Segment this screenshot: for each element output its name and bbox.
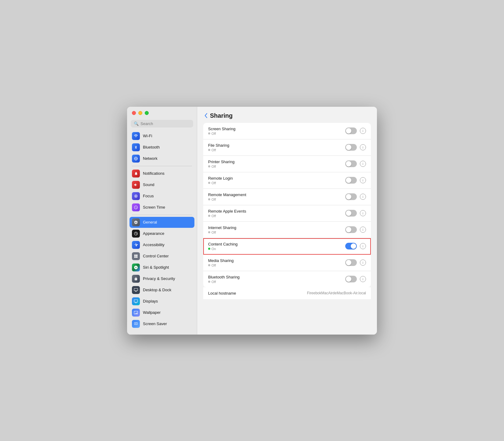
svg-point-2 [136, 243, 136, 244]
setting-row-hostname: Local hostname FireebokMacAirdeMacBook-A… [203, 287, 371, 299]
setting-status-screen-sharing: Off [208, 132, 345, 135]
sidebar-item-desktop[interactable]: Desktop & Dock [130, 285, 194, 296]
svg-rect-8 [134, 299, 138, 302]
status-dot-media-sharing [208, 264, 210, 266]
setting-status-media-sharing: Off [208, 264, 345, 267]
sidebar-item-controlcenter[interactable]: Control Center [130, 251, 194, 262]
setting-row-internet-sharing: Internet Sharing Off i [203, 222, 371, 238]
sidebar-item-label-displays: Displays [143, 299, 158, 303]
sidebar-item-label-screentime: Screen Time [143, 205, 165, 210]
maximize-button[interactable] [145, 111, 149, 115]
sidebar-divider-1 [132, 166, 192, 166]
sidebar-item-label-notifications: Notifications [143, 171, 165, 176]
status-text-remote-apple-events: Off [211, 214, 216, 218]
status-text-content-caching: On [211, 247, 216, 251]
general-icon [132, 218, 140, 226]
sidebar-item-sound[interactable]: Sound [130, 179, 194, 190]
info-button-remote-management[interactable]: i [360, 194, 366, 200]
sidebar-item-label-sound: Sound [143, 182, 154, 187]
setting-info-printer-sharing: Printer Sharing Off [208, 160, 345, 168]
info-button-content-caching[interactable]: i [360, 243, 366, 249]
sidebar-item-network[interactable]: Network [130, 153, 194, 164]
sidebar-item-label-privacy: Privacy & Security [143, 276, 175, 281]
sidebar-item-displays[interactable]: Displays [130, 296, 194, 307]
status-text-printer-sharing: Off [211, 165, 216, 168]
setting-row-remote-apple-events: Remote Apple Events Off i [203, 205, 371, 222]
sidebar-item-label-screensaver: Screen Saver [143, 321, 167, 326]
setting-name-internet-sharing: Internet Sharing [208, 225, 345, 230]
setting-controls-file-sharing: i [345, 144, 366, 151]
minimize-button[interactable] [138, 111, 142, 115]
settings-rows-container: Screen Sharing Off i File Sharing Off i … [203, 123, 371, 299]
toggle-internet-sharing[interactable] [345, 226, 357, 233]
setting-name-printer-sharing: Printer Sharing [208, 160, 345, 164]
setting-name-remote-login: Remote Login [208, 176, 345, 181]
privacy-icon [132, 275, 140, 283]
sidebar-item-wifi[interactable]: Wi-Fi [130, 131, 194, 142]
info-button-screen-sharing[interactable]: i [360, 128, 366, 134]
search-input[interactable] [140, 121, 190, 126]
info-button-file-sharing[interactable]: i [360, 144, 366, 150]
toggle-printer-sharing[interactable] [345, 160, 357, 167]
toggle-bluetooth-sharing[interactable] [345, 276, 357, 282]
notifications-icon [132, 170, 140, 177]
svg-rect-5 [134, 256, 136, 258]
sharing-settings-section: Screen Sharing Off i File Sharing Off i … [203, 123, 371, 299]
toggle-screen-sharing[interactable] [345, 127, 357, 134]
sound-icon [132, 181, 140, 189]
info-button-printer-sharing[interactable]: i [360, 161, 366, 167]
setting-row-file-sharing: File Sharing Off i [203, 139, 371, 156]
setting-controls-internet-sharing: i [345, 226, 366, 233]
appearance-icon [132, 230, 140, 238]
info-button-bluetooth-sharing[interactable]: i [360, 276, 366, 282]
info-button-media-sharing[interactable]: i [360, 260, 366, 266]
setting-name-file-sharing: File Sharing [208, 143, 345, 148]
status-dot-internet-sharing [208, 231, 210, 233]
sidebar-item-wallpaper[interactable]: Wallpaper [130, 307, 194, 318]
status-text-remote-management: Off [211, 198, 216, 201]
info-button-internet-sharing[interactable]: i [360, 227, 366, 233]
sidebar-item-general[interactable]: General [130, 217, 194, 228]
toggle-content-caching[interactable] [345, 243, 357, 249]
setting-controls-bluetooth-sharing: i [345, 276, 366, 282]
sidebar-item-focus[interactable]: Focus [130, 191, 194, 202]
search-icon: 🔍 [134, 121, 139, 126]
back-button[interactable] [204, 113, 208, 118]
toggle-remote-apple-events[interactable] [345, 210, 357, 217]
setting-name-bluetooth-sharing: Bluetooth Sharing [208, 275, 345, 279]
toggle-file-sharing[interactable] [345, 144, 357, 151]
setting-controls-remote-apple-events: i [345, 210, 366, 217]
sidebar-item-label-desktop: Desktop & Dock [143, 288, 171, 292]
setting-name-content-caching: Content Caching [208, 242, 345, 246]
sidebar-item-notifications[interactable]: Notifications [130, 168, 194, 179]
sidebar-item-siri[interactable]: Siri & Spotlight [130, 262, 194, 273]
sidebar-item-appearance[interactable]: Appearance [130, 228, 194, 239]
sidebar: 🔍 Wi-Fi Bluetooth [127, 107, 197, 335]
sidebar-item-bluetooth[interactable]: Bluetooth [130, 142, 194, 153]
settings-list: Screen Sharing Off i File Sharing Off i … [197, 123, 377, 335]
status-text-media-sharing: Off [211, 264, 216, 267]
sidebar-items-list: Wi-Fi Bluetooth Network [127, 131, 197, 330]
sidebar-item-label-wifi: Wi-Fi [143, 134, 152, 138]
setting-info-remote-login: Remote Login Off [208, 176, 345, 185]
toggle-remote-management[interactable] [345, 193, 357, 200]
page-title: Sharing [210, 112, 232, 119]
sidebar-item-label-general: General [143, 220, 157, 224]
sidebar-item-privacy[interactable]: Privacy & Security [130, 273, 194, 284]
close-button[interactable] [132, 111, 136, 115]
status-dot-bluetooth-sharing [208, 281, 210, 283]
sidebar-item-screensaver[interactable]: Screen Saver [130, 318, 194, 329]
sidebar-item-label-appearance: Appearance [143, 231, 164, 236]
search-bar[interactable]: 🔍 [131, 120, 193, 127]
setting-status-bluetooth-sharing: Off [208, 280, 345, 284]
svg-rect-4 [136, 254, 138, 256]
toggle-remote-login[interactable] [345, 177, 357, 184]
info-button-remote-login[interactable]: i [360, 177, 366, 183]
sidebar-item-accessibility[interactable]: Accessibility [130, 239, 194, 250]
sidebar-item-screentime[interactable]: Screen Time [130, 202, 194, 213]
info-button-remote-apple-events[interactable]: i [360, 210, 366, 216]
toggle-media-sharing[interactable] [345, 259, 357, 266]
setting-status-remote-login: Off [208, 181, 345, 185]
displays-icon [132, 297, 140, 305]
status-dot-screen-sharing [208, 132, 210, 134]
